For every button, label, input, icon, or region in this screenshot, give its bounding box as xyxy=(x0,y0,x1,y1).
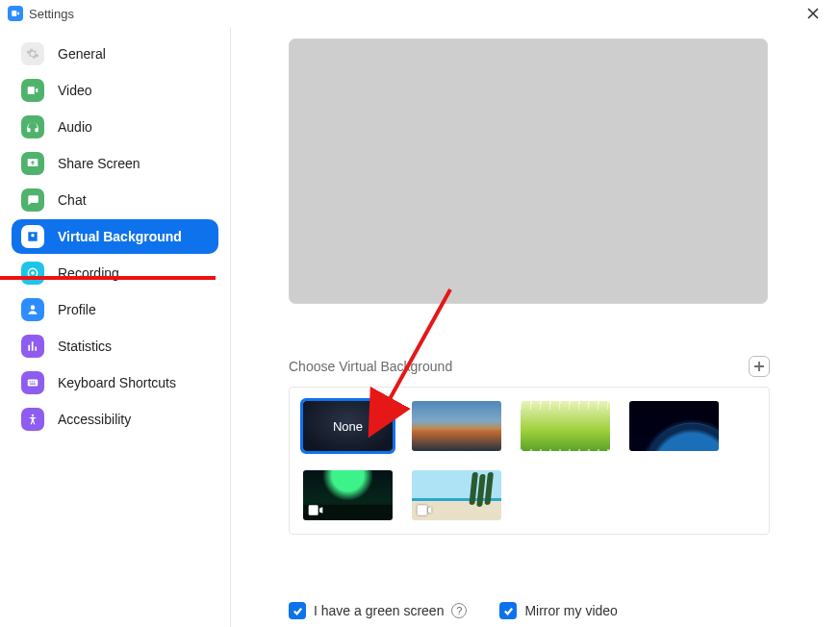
background-label: None xyxy=(333,419,363,434)
sidebar-item-audio[interactable]: Audio xyxy=(12,110,218,144)
option-mirror-video[interactable]: Mirror my video xyxy=(499,602,617,619)
accessibility-icon xyxy=(21,408,44,431)
background-option-none[interactable]: None xyxy=(303,401,393,451)
add-background-button[interactable] xyxy=(749,356,770,377)
sidebar-item-general[interactable]: General xyxy=(12,37,218,71)
sidebar-item-label: Audio xyxy=(58,119,92,135)
sidebar-item-recording[interactable]: Recording xyxy=(12,256,218,290)
gear-icon xyxy=(21,42,44,65)
sidebar-item-accessibility[interactable]: Accessibility xyxy=(12,402,218,437)
headphones-icon xyxy=(21,115,44,138)
bar-chart-icon xyxy=(21,335,44,358)
option-green-screen[interactable]: I have a green screen ? xyxy=(289,602,467,619)
share-screen-icon xyxy=(21,152,44,175)
background-option-beach[interactable] xyxy=(412,470,501,520)
option-label: I have a green screen xyxy=(314,603,444,618)
chat-icon xyxy=(21,188,44,212)
help-icon[interactable]: ? xyxy=(451,603,467,618)
sidebar-item-label: Accessibility xyxy=(58,412,131,427)
sidebar-item-statistics[interactable]: Statistics xyxy=(12,329,218,364)
background-option-aurora[interactable] xyxy=(303,470,393,520)
sidebar-item-chat[interactable]: Chat xyxy=(12,183,218,217)
svg-rect-3 xyxy=(30,381,31,382)
sidebar: General Video Audio Share Screen Chat Vi… xyxy=(0,27,231,627)
window-title: Settings xyxy=(29,7,74,21)
background-option-earth[interactable] xyxy=(629,401,719,451)
sidebar-item-label: General xyxy=(58,46,106,62)
svg-rect-5 xyxy=(34,381,35,382)
person-square-icon xyxy=(21,225,44,248)
sidebar-item-label: Virtual Background xyxy=(58,229,182,244)
svg-rect-2 xyxy=(28,380,38,387)
svg-rect-4 xyxy=(32,381,33,382)
close-button[interactable] xyxy=(794,0,832,27)
sidebar-item-profile[interactable]: Profile xyxy=(12,292,218,327)
background-option-grass[interactable] xyxy=(521,401,610,451)
background-grid: None xyxy=(289,387,770,535)
annotation-underline xyxy=(0,276,216,280)
background-option-bridge[interactable] xyxy=(412,401,501,451)
svg-point-7 xyxy=(32,414,34,416)
svg-rect-6 xyxy=(30,384,36,385)
video-preview xyxy=(289,38,768,304)
profile-icon xyxy=(21,298,44,321)
main-panel: Choose Virtual Background None I have a … xyxy=(231,27,840,627)
sidebar-item-label: Keyboard Shortcuts xyxy=(58,375,176,390)
video-badge-icon xyxy=(416,504,433,516)
sidebar-item-label: Statistics xyxy=(58,339,112,354)
svg-point-1 xyxy=(31,271,35,275)
sidebar-item-label: Share Screen xyxy=(58,156,140,171)
sidebar-item-label: Chat xyxy=(58,192,87,208)
sidebar-item-keyboard-shortcuts[interactable]: Keyboard Shortcuts xyxy=(12,365,218,400)
sidebar-item-label: Video xyxy=(58,83,92,98)
checkbox-checked-icon xyxy=(289,602,306,619)
video-badge-icon xyxy=(307,504,324,516)
sidebar-item-share-screen[interactable]: Share Screen xyxy=(12,146,218,181)
keyboard-icon xyxy=(21,371,44,394)
checkbox-checked-icon xyxy=(499,602,517,619)
sidebar-item-label: Profile xyxy=(58,302,96,317)
sidebar-item-virtual-background[interactable]: Virtual Background xyxy=(12,219,218,254)
sidebar-item-video[interactable]: Video xyxy=(12,73,218,108)
option-label: Mirror my video xyxy=(524,603,617,618)
app-icon xyxy=(8,6,23,21)
record-icon xyxy=(21,262,44,285)
section-title: Choose Virtual Background xyxy=(289,359,452,374)
video-icon xyxy=(21,79,44,102)
